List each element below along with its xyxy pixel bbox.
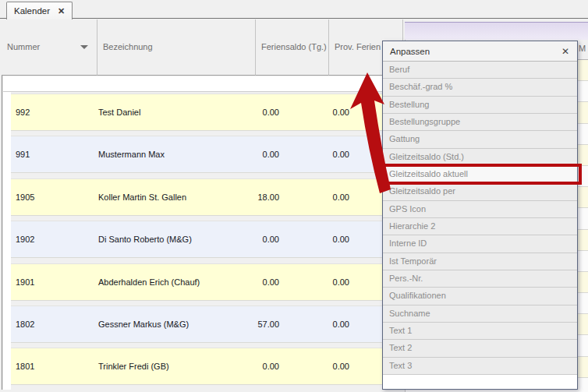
app-window: { "tab": { "label": "Kalender", "close_g… [0,0,588,392]
customize-item[interactable]: Bestellungsgruppe [383,114,577,131]
column-header-bezeichnung[interactable]: Bezeichnung [97,19,256,76]
cell-bezeichnung: Di Santo Roberto (M&G) [98,235,192,244]
cell-bezeichnung: Koller Martin St. Gallen [98,192,186,202]
customize-item[interactable]: Gleitzeitsaldo aktuell [383,166,577,183]
calendar-date-band [405,22,588,40]
column-header-nummer[interactable]: Nummer [2,19,97,76]
cell-bezeichnung: Mustermann Max [98,150,165,159]
customize-item[interactable]: Beschäf.-grad % [383,79,577,96]
cell-prov-ferien: 0.00 [281,362,349,371]
customize-item[interactable]: Interne ID [383,235,577,253]
customize-item[interactable]: GPS Icon [383,201,577,218]
cell-nummer: 1901 [16,277,34,287]
customize-item[interactable]: Hierarchie 2 [383,218,577,235]
column-header-nummer-label: Nummer [2,42,40,52]
cell-bezeichnung: Abderhalden Erich (Chauf) [98,277,200,287]
customize-item[interactable]: Text 2 [383,340,577,357]
customize-item[interactable]: Gleitzeitsaldo (Std.) [383,149,577,166]
customize-dialog-item-list: BerufBeschäf.-grad %BestellungBestellung… [383,62,577,375]
customize-dialog: Anpassen ✕ BerufBeschäf.-grad %Bestellun… [382,41,578,390]
cell-bezeichnung: Test Daniel [98,108,140,117]
column-header-feriensaldo-label: Feriensaldo (Tg.) [256,42,327,52]
customize-item[interactable]: Beruf [383,62,577,79]
customize-item[interactable]: Bestellung [383,97,577,114]
customize-item[interactable]: Pers.-Nr. [383,270,577,288]
table-row[interactable]: 991 Mustermann Max 0.00 0.00 [11,136,405,173]
customize-dialog-titlebar[interactable]: Anpassen ✕ [383,41,577,62]
table-row[interactable]: 1902 Di Santo Roberto (M&G) 0.00 0.00 [11,221,405,258]
cell-nummer: 1902 [16,235,34,244]
cell-feriensaldo: 57.00 [211,320,279,329]
cell-prov-ferien: 0.00 [281,277,349,287]
tab-kalender[interactable]: Kalender ✕ [6,2,73,19]
cell-prov-ferien: 0.00 [281,235,349,244]
customize-item[interactable]: Suchname [383,305,577,323]
table-row[interactable]: 1802 Gessner Markus (M&G) 57.00 0.00 [11,305,405,343]
customize-item[interactable]: Gattung [383,131,577,148]
row-indicator-strip [3,92,11,390]
cell-nummer: 1801 [16,362,34,371]
cell-nummer: 1905 [16,192,34,202]
cell-feriensaldo: 0.00 [211,150,279,159]
cell-feriensaldo: 0.00 [211,108,279,117]
table-row[interactable]: 992 Test Daniel 0.00 0.00 [11,94,405,131]
tab-kalender-label: Kalender [14,6,50,16]
cell-nummer: 991 [16,150,30,159]
cell-feriensaldo: 0.00 [211,235,279,244]
tab-close-icon[interactable]: ✕ [58,6,65,16]
column-header-feriensaldo[interactable]: Feriensaldo (Tg.) [256,19,329,76]
customize-item[interactable]: Qualifikationen [383,288,577,305]
cell-bezeichnung: Gessner Markus (M&G) [98,320,189,329]
customize-item[interactable]: Text 3 [383,358,577,375]
cell-prov-ferien: 0.00 [281,320,349,329]
cell-prov-ferien: 0.00 [281,192,349,202]
tab-strip: Kalender ✕ [0,0,588,19]
cell-nummer: 992 [16,108,30,117]
customize-item[interactable]: Ist Temporär [383,253,577,270]
customize-item[interactable]: Text 1 [383,323,577,340]
cell-prov-ferien: 0.00 [281,150,349,159]
grid-rows: 992 Test Daniel 0.00 0.00 991 Mustermann… [11,94,405,390]
customize-dialog-title: Anpassen [390,47,430,56]
cell-feriensaldo: 18.00 [211,192,279,202]
table-row[interactable]: 1905 Koller Martin St. Gallen 18.00 0.00 [11,178,405,216]
table-row[interactable]: 1801 Trinkler Fredi (GB) 0.00 0.00 [11,348,405,385]
grid-empty-band [3,76,405,92]
dialog-close-icon[interactable]: ✕ [559,45,572,58]
cell-feriensaldo: 0.00 [211,277,279,287]
column-header-bezeichnung-label: Bezeichnung [97,42,153,52]
cell-bezeichnung: Trinkler Fredi (GB) [98,362,169,371]
filter-dropdown-icon[interactable] [80,45,88,49]
calendar-partial-column-label: M [579,44,586,53]
cell-nummer: 1802 [16,320,34,329]
cell-prov-ferien: 0.00 [281,108,349,117]
cell-feriensaldo: 0.00 [211,362,279,371]
customize-item[interactable]: Gleitzeitsaldo per [383,183,577,200]
table-row[interactable]: 1901 Abderhalden Erich (Chauf) 0.00 0.00 [11,263,405,301]
